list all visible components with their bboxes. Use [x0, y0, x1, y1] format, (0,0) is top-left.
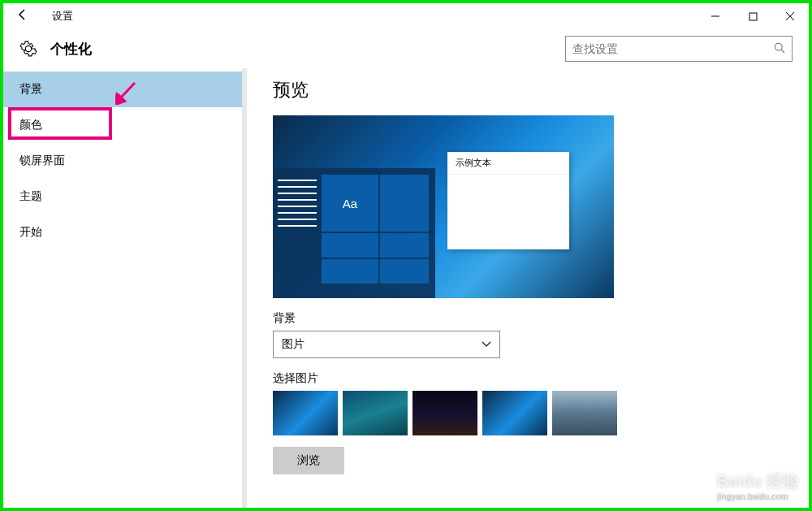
thumbnail[interactable]: [482, 391, 547, 435]
gear-icon: [19, 40, 37, 58]
sidebar-item-start[interactable]: 开始: [3, 214, 247, 250]
thumbnail-row: [273, 391, 783, 435]
content: 预览 Aa 示例文本: [247, 68, 809, 508]
titlebar: 设置: [3, 3, 809, 29]
search-input[interactable]: [572, 42, 774, 55]
maximize-button[interactable]: [734, 3, 771, 29]
background-dropdown[interactable]: 图片: [273, 331, 500, 358]
thumbnail[interactable]: [552, 391, 617, 435]
preview-window-text: 示例文本: [447, 152, 569, 175]
thumbnail[interactable]: [343, 391, 408, 435]
background-label: 背景: [273, 311, 783, 326]
sidebar: 背景 颜色 锁屏界面 主题 开始: [3, 68, 247, 508]
chevron-down-icon: [482, 340, 491, 349]
dropdown-value: 图片: [282, 337, 482, 352]
search-box[interactable]: [565, 36, 793, 62]
header: 个性化: [3, 29, 809, 68]
thumbnail[interactable]: [412, 391, 477, 435]
sidebar-item-label: 颜色: [19, 118, 42, 132]
search-icon: [774, 42, 785, 56]
page-heading: 个性化: [50, 40, 92, 58]
sidebar-item-background[interactable]: 背景: [3, 71, 247, 107]
preview-tile: Aa: [322, 175, 378, 232]
window-title: 设置: [52, 9, 73, 24]
close-button[interactable]: [771, 3, 809, 29]
svg-line-3: [781, 50, 784, 53]
browse-button[interactable]: 浏览: [273, 447, 344, 474]
sidebar-item-label: 背景: [19, 82, 42, 97]
window-controls: [697, 3, 809, 29]
sidebar-item-label: 开始: [19, 225, 42, 240]
sidebar-scrollbar[interactable]: [242, 68, 247, 508]
back-button[interactable]: [16, 8, 32, 24]
preview-title: 预览: [273, 78, 783, 102]
sidebar-item-label: 主题: [19, 189, 42, 204]
sidebar-item-themes[interactable]: 主题: [3, 179, 247, 214]
preview-start-menu: Aa: [273, 168, 435, 298]
sidebar-item-colors[interactable]: 颜色: [3, 107, 247, 143]
sidebar-item-lockscreen[interactable]: 锁屏界面: [3, 143, 247, 179]
preview-sample-window: 示例文本: [447, 152, 569, 249]
sidebar-item-label: 锁屏界面: [19, 154, 65, 168]
preview-box: Aa 示例文本: [273, 115, 614, 298]
thumbnail[interactable]: [273, 391, 338, 435]
minimize-button[interactable]: [697, 3, 734, 29]
svg-rect-1: [749, 13, 757, 20]
svg-point-2: [775, 43, 782, 50]
choose-picture-label: 选择图片: [273, 371, 783, 386]
